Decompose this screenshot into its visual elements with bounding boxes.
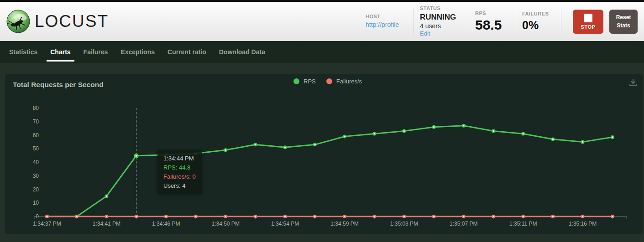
svg-text:1:35:03 PM: 1:35:03 PM bbox=[390, 221, 418, 227]
host-block: HOST http://profile bbox=[366, 14, 408, 29]
status-block: STATUS RUNNING 4 users Edit bbox=[420, 5, 463, 38]
svg-text:1:34:54 PM: 1:34:54 PM bbox=[271, 221, 299, 227]
rps-chart-panel: Total Requests per Second RPS Failures/s… bbox=[5, 74, 643, 234]
tab-statistics[interactable]: Statistics bbox=[8, 41, 38, 63]
logo-wordmark: LOCUST bbox=[35, 12, 109, 31]
rps-value: 58.5 bbox=[475, 17, 510, 32]
header-divider bbox=[414, 9, 414, 34]
svg-text:40: 40 bbox=[33, 159, 39, 165]
svg-text:30: 30 bbox=[33, 173, 39, 179]
stop-square-icon bbox=[584, 14, 592, 22]
tab-exceptions[interactable]: Exceptions bbox=[120, 41, 156, 63]
failures-block: FAILURES 0% bbox=[522, 11, 555, 32]
tooltip-time: 1:34:44 PM bbox=[163, 154, 196, 163]
svg-text:1:34:41 PM: 1:34:41 PM bbox=[93, 221, 120, 227]
nav-tabs: Statistics Charts Failures Exceptions Cu… bbox=[0, 41, 644, 63]
svg-text:10: 10 bbox=[33, 200, 39, 206]
tooltip-rps: RPS: 44.8 bbox=[163, 163, 196, 172]
svg-text:60: 60 bbox=[33, 132, 39, 139]
header-divider bbox=[516, 9, 516, 34]
svg-text:70: 70 bbox=[33, 118, 39, 125]
locust-logo-icon bbox=[6, 10, 30, 33]
rps-line-chart[interactable]: 010203040506070801:34:37 PM1:34:41 PM1:3… bbox=[5, 74, 643, 234]
svg-text:1:34:59 PM: 1:34:59 PM bbox=[330, 221, 358, 227]
header-divider bbox=[561, 9, 561, 34]
tab-download-data[interactable]: Download Data bbox=[218, 41, 266, 63]
svg-text:1:34:37 PM: 1:34:37 PM bbox=[33, 221, 61, 227]
status-value: RUNNING bbox=[420, 12, 463, 22]
svg-text:80: 80 bbox=[33, 105, 39, 111]
status-label: STATUS bbox=[420, 5, 463, 12]
svg-text:1:35:16 PM: 1:35:16 PM bbox=[569, 221, 597, 227]
reset-stats-button[interactable]: Reset Stats bbox=[609, 10, 638, 34]
host-label: HOST bbox=[366, 14, 408, 20]
svg-text:50: 50 bbox=[33, 145, 39, 152]
chart-tooltip: 1:34:44 PM RPS: 44.8 Failures/s: 0 Users… bbox=[157, 150, 202, 194]
locust-logo: LOCUST bbox=[6, 10, 109, 33]
rps-block: RPS 58.5 bbox=[475, 10, 510, 33]
svg-text:1:34:46 PM: 1:34:46 PM bbox=[152, 221, 180, 227]
tab-charts[interactable]: Charts bbox=[49, 41, 71, 63]
svg-text:1:35:11 PM: 1:35:11 PM bbox=[509, 221, 537, 227]
host-link[interactable]: http://profile bbox=[366, 21, 408, 29]
tooltip-failures: Failures/s: 0 bbox=[163, 172, 196, 181]
header: LOCUST HOST http://profile STATUS RUNNIN… bbox=[0, 2, 644, 41]
stop-button-label: STOP bbox=[581, 24, 596, 30]
edit-users-link[interactable]: Edit bbox=[420, 30, 463, 37]
tab-failures[interactable]: Failures bbox=[83, 41, 109, 63]
rps-label: RPS bbox=[475, 10, 510, 17]
header-divider bbox=[469, 9, 469, 34]
svg-text:20: 20 bbox=[33, 186, 39, 193]
main-content: Total Requests per Second RPS Failures/s… bbox=[0, 63, 644, 242]
tooltip-users: Users: 4 bbox=[163, 181, 196, 191]
user-count: 4 users bbox=[420, 22, 463, 31]
tab-current-ratio[interactable]: Current ratio bbox=[167, 41, 207, 63]
failures-value: 0% bbox=[522, 18, 555, 32]
svg-text:1:34:50 PM: 1:34:50 PM bbox=[212, 221, 240, 227]
svg-text:1:35:07 PM: 1:35:07 PM bbox=[450, 221, 477, 227]
stop-button[interactable]: STOP bbox=[573, 10, 603, 34]
failures-label: FAILURES bbox=[522, 11, 555, 17]
svg-text:0: 0 bbox=[36, 213, 39, 220]
